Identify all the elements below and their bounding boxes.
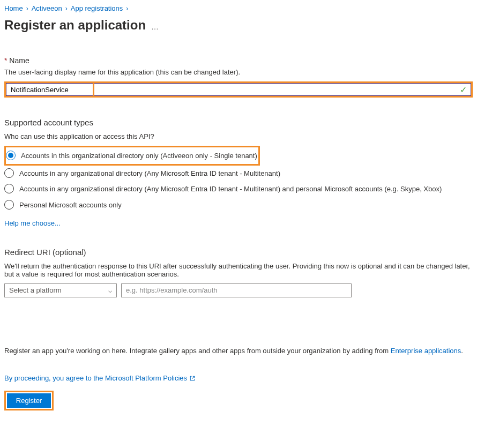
radio-label: Accounts in any organizational directory… bbox=[19, 184, 442, 194]
bottom-help-text: Register an app you're working on here. … bbox=[4, 346, 473, 356]
radio-label: Personal Microsoft accounts only bbox=[19, 200, 122, 210]
radio-personal-only[interactable]: Personal Microsoft accounts only bbox=[4, 197, 473, 213]
radio-label: Accounts in this organizational director… bbox=[21, 151, 257, 161]
name-description: The user-facing display name for this ap… bbox=[4, 68, 473, 76]
account-types-question: Who can use this application or access t… bbox=[4, 132, 473, 140]
account-types-section: Supported account types Who can use this… bbox=[4, 118, 473, 227]
help-me-choose-link[interactable]: Help me choose... bbox=[4, 219, 61, 227]
bottom-text-prefix: Register an app you're working on here. … bbox=[4, 347, 391, 355]
radio-label: Accounts in any organizational directory… bbox=[19, 168, 280, 178]
bottom-text-suffix: . bbox=[461, 347, 463, 355]
redirect-uri-section: Redirect URI (optional) We'll return the… bbox=[4, 248, 473, 297]
account-types-radio-group: Accounts in this organizational director… bbox=[4, 146, 473, 213]
external-link-icon bbox=[189, 375, 196, 382]
name-input[interactable] bbox=[6, 83, 471, 96]
platform-select[interactable]: Select a platform ⌵ bbox=[4, 283, 117, 297]
name-highlight: ✓ bbox=[4, 81, 473, 98]
breadcrumb-activeeon[interactable]: Activeeon bbox=[32, 4, 62, 12]
platform-policies-link[interactable]: Microsoft Platform Policies bbox=[105, 374, 187, 382]
radio-icon bbox=[4, 200, 14, 210]
breadcrumb-home[interactable]: Home bbox=[4, 4, 23, 12]
enterprise-applications-link[interactable]: Enterprise applications bbox=[391, 347, 461, 355]
account-types-heading: Supported account types bbox=[4, 118, 473, 127]
name-label: * Name bbox=[4, 56, 473, 65]
name-section: * Name The user-facing display name for … bbox=[4, 56, 473, 98]
chevron-down-icon: ⌵ bbox=[108, 287, 112, 294]
page-title: Register an application bbox=[4, 18, 146, 33]
more-actions-icon[interactable]: … bbox=[151, 23, 159, 31]
redirect-uri-input[interactable] bbox=[121, 283, 352, 297]
consent-text: By proceeding, you agree to the Microsof… bbox=[4, 374, 473, 382]
breadcrumb-app-registrations[interactable]: App registrations bbox=[71, 4, 123, 12]
radio-icon bbox=[6, 151, 16, 160]
chevron-right-icon: › bbox=[65, 5, 68, 12]
breadcrumb: Home › Activeeon › App registrations › bbox=[4, 4, 473, 12]
radio-icon bbox=[4, 168, 14, 178]
name-label-text: Name bbox=[9, 56, 29, 65]
radio-icon bbox=[4, 184, 14, 193]
required-indicator: * bbox=[4, 56, 7, 65]
register-button[interactable]: Register bbox=[7, 393, 51, 408]
radio-single-tenant[interactable]: Accounts in this organizational director… bbox=[6, 148, 257, 163]
register-highlight: Register bbox=[4, 391, 54, 410]
radio-highlight: Accounts in this organizational director… bbox=[4, 146, 260, 166]
consent-prefix: By proceeding, you agree to the bbox=[4, 374, 105, 382]
chevron-right-icon: › bbox=[26, 5, 28, 12]
redirect-description: We'll return the authentication response… bbox=[4, 262, 473, 278]
radio-multitenant-personal[interactable]: Accounts in any organizational directory… bbox=[4, 181, 473, 197]
platform-select-value: Select a platform bbox=[9, 286, 62, 294]
radio-multitenant[interactable]: Accounts in any organizational directory… bbox=[4, 166, 473, 181]
chevron-right-icon: › bbox=[126, 5, 128, 12]
redirect-heading: Redirect URI (optional) bbox=[4, 248, 473, 257]
